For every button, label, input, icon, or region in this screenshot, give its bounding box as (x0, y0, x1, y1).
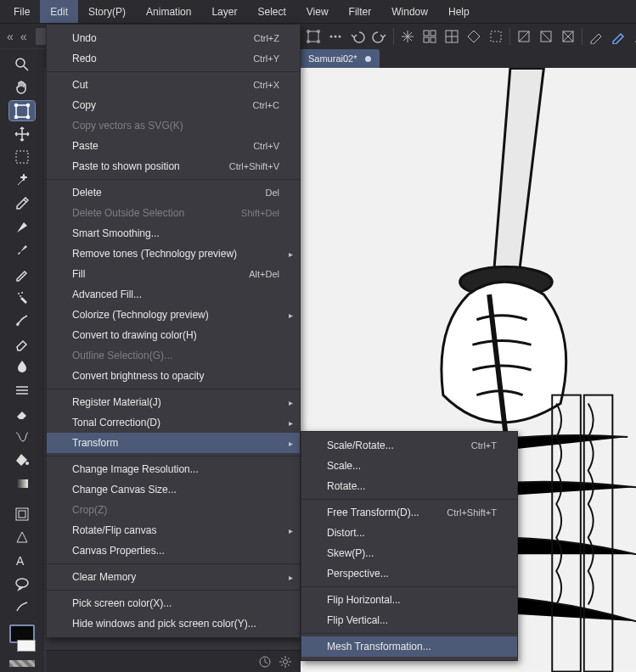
magnifier-icon[interactable] (9, 54, 35, 74)
eyedropper-icon[interactable] (9, 194, 35, 214)
warp-icon[interactable] (9, 427, 35, 446)
menuitem-transform[interactable]: Transform▸ (47, 433, 300, 453)
menu-window[interactable]: Window (381, 0, 438, 23)
undo-icon[interactable] (347, 26, 368, 47)
menuitem-redo[interactable]: RedoCtrl+Y (47, 48, 300, 69)
shape-icon[interactable] (9, 528, 35, 547)
diag-b-icon[interactable] (536, 26, 556, 47)
menuitem-image-resolution[interactable]: Change Image Resolution... (47, 459, 300, 479)
document-tabs: Samurai02* (300, 49, 380, 68)
menuitem-scale[interactable]: Scale... (301, 456, 517, 476)
marquee-icon[interactable] (9, 148, 35, 167)
menuitem-skew[interactable]: Skew(P)... (301, 543, 517, 563)
pen-b-icon[interactable] (608, 26, 628, 47)
menuitem-convert-drawing-color[interactable]: Convert to drawing color(H) (47, 325, 300, 345)
sparkle-icon[interactable] (397, 26, 418, 47)
diamond-icon[interactable] (464, 26, 484, 47)
airbrush-icon[interactable] (9, 287, 35, 306)
redo-icon[interactable] (369, 26, 390, 47)
svg-point-18 (16, 59, 25, 67)
menuitem-paste[interactable]: PasteCtrl+V (47, 136, 300, 156)
menu-filter[interactable]: Filter (339, 0, 382, 23)
menuitem-smart-smoothing[interactable]: Smart Smoothing... (47, 223, 300, 244)
hand-icon[interactable] (9, 77, 35, 97)
menu-story[interactable]: Story(P) (78, 0, 136, 23)
chevron-left-icon[interactable]: « (3, 30, 17, 43)
menuitem-flip-horizontal[interactable]: Flip Horizontal... (301, 590, 517, 610)
grid-a-icon[interactable] (419, 26, 440, 47)
frame-icon[interactable] (9, 504, 35, 524)
deco-brush-icon[interactable] (9, 311, 35, 330)
svg-point-20 (15, 104, 18, 106)
menuitem-copy[interactable]: CopyCtrl+C (47, 95, 300, 115)
eraser-icon[interactable] (9, 404, 35, 423)
menuitem-free-transform[interactable]: Free Transform(D)...Ctrl+Shift+T (301, 502, 517, 523)
menuitem-paste-pos[interactable]: Paste to shown positionCtrl+Shift+V (47, 156, 300, 176)
menuitem-scale-rotate[interactable]: Scale/Rotate...Ctrl+T (301, 435, 517, 456)
menuitem-cut[interactable]: CutCtrl+X (47, 75, 300, 95)
svg-point-27 (20, 295, 21, 297)
menuitem-distort[interactable]: Distort... (301, 523, 517, 543)
brush-icon[interactable] (9, 241, 35, 260)
svg-rect-24 (16, 151, 28, 163)
menuitem-delete[interactable]: DeleteDel (47, 182, 300, 203)
pen-icon[interactable] (9, 217, 35, 237)
move-icon[interactable] (9, 124, 35, 143)
grid-b-icon[interactable] (442, 26, 462, 47)
background-color-swatch[interactable] (17, 640, 36, 652)
menuitem-colorize[interactable]: Colorize (Technology preview)▸ (47, 305, 300, 325)
svg-point-7 (339, 36, 341, 38)
menuitem-perspective[interactable]: Perspective... (301, 563, 517, 584)
menu-view[interactable]: View (296, 0, 339, 23)
menu-select[interactable]: Select (247, 0, 295, 23)
pencil-icon[interactable] (9, 264, 35, 283)
svg-rect-13 (491, 31, 501, 42)
settings-icon[interactable] (279, 655, 292, 669)
balloon-icon[interactable] (9, 574, 35, 594)
menuitem-pick-screen-color[interactable]: Pick screen color(X)... (47, 593, 300, 613)
menuitem-register-material[interactable]: Register Material(J)▸ (47, 392, 300, 412)
chevron-left-icon[interactable]: « (17, 30, 31, 43)
handles-icon[interactable] (303, 26, 324, 47)
document-tab-active[interactable]: Samurai02* (300, 49, 380, 68)
lines-icon[interactable] (9, 380, 35, 400)
menuitem-mesh-transformation[interactable]: Mesh Transformation... (301, 636, 517, 657)
correct-line-icon[interactable] (9, 597, 35, 617)
menuitem-undo[interactable]: UndoCtrl+Z (47, 28, 300, 48)
history-icon[interactable] (258, 655, 272, 669)
pen-c-icon[interactable] (630, 26, 636, 47)
menuitem-brightness-opacity[interactable]: Convert brightness to opacity (47, 366, 300, 386)
menuitem-canvas-properties[interactable]: Canvas Properties... (47, 540, 300, 561)
menuitem-clear-memory[interactable]: Clear Memory▸ (47, 567, 300, 587)
menuitem-canvas-size[interactable]: Change Canvas Size... (47, 479, 300, 500)
menu-animation[interactable]: Animation (136, 0, 201, 23)
menu-help[interactable]: Help (438, 0, 480, 23)
operation-tool-icon[interactable] (9, 101, 35, 120)
text-icon[interactable]: A (9, 551, 35, 570)
menuitem-remove-tones[interactable]: Remove tones (Technology preview)▸ (47, 244, 300, 264)
chevron-right-icon: ▸ (289, 526, 293, 535)
menu-file[interactable]: File (3, 0, 40, 23)
pen-a-icon[interactable] (586, 26, 606, 47)
eraser-soft-icon[interactable] (9, 333, 35, 353)
diag-a-icon[interactable] (514, 26, 534, 47)
toolbar-separator (393, 28, 394, 45)
menuitem-fill[interactable]: FillAlt+Del (47, 264, 300, 284)
magic-wand-icon[interactable] (9, 171, 35, 190)
blend-icon[interactable] (9, 357, 35, 377)
menuitem-advanced-fill[interactable]: Advanced Fill... (47, 284, 300, 305)
menu-separator (47, 456, 300, 456)
menu-edit[interactable]: Edit (40, 0, 78, 23)
menuitem-hide-pick-color[interactable]: Hide windows and pick screen color(Y)... (47, 613, 300, 634)
diag-c-icon[interactable] (558, 26, 578, 47)
menuitem-flip-vertical[interactable]: Flip Vertical... (301, 610, 517, 630)
menu-layer[interactable]: Layer (201, 0, 247, 23)
transparent-swatch[interactable] (9, 660, 35, 667)
bucket-icon[interactable] (9, 450, 35, 469)
menuitem-rotate-flip-canvas[interactable]: Rotate/Flip canvas▸ (47, 520, 300, 540)
menuitem-tonal-correction[interactable]: Tonal Correction(D)▸ (47, 412, 300, 433)
menuitem-rotate[interactable]: Rotate... (301, 476, 517, 496)
three-dots-icon[interactable] (325, 26, 346, 47)
gradient-icon[interactable] (9, 473, 35, 493)
dashed-rect-icon[interactable] (486, 26, 506, 47)
